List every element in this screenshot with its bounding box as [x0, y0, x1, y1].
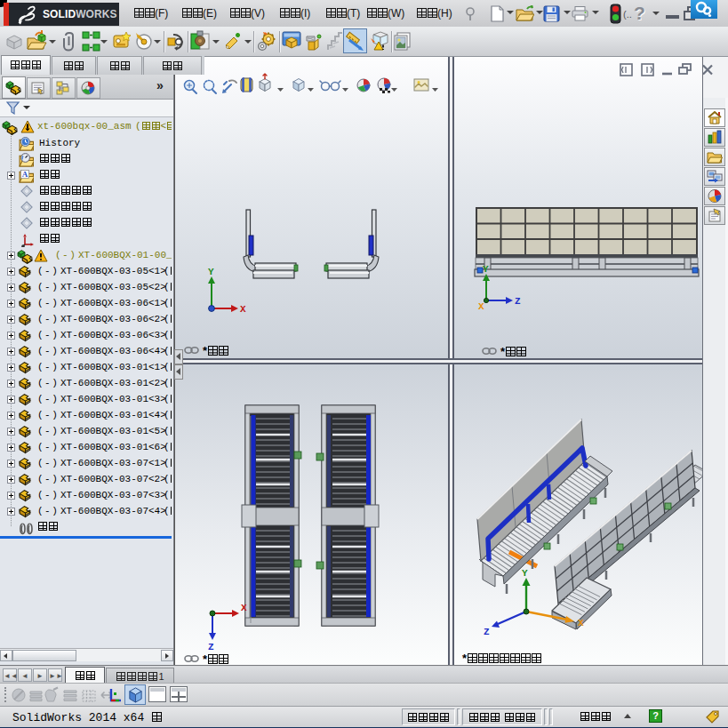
svg-text:Z: Z [515, 296, 521, 307]
svg-text:X: X [478, 301, 484, 312]
svg-text:X: X [241, 603, 247, 613]
svg-text:Z: Z [208, 642, 214, 652]
svg-text:Y: Y [483, 264, 489, 275]
svg-text:Y: Y [522, 568, 528, 579]
svg-text:X: X [240, 304, 246, 315]
svg-text:X: X [578, 618, 584, 628]
svg-text:Z: Z [484, 627, 490, 637]
svg-text:Y: Y [208, 267, 214, 277]
